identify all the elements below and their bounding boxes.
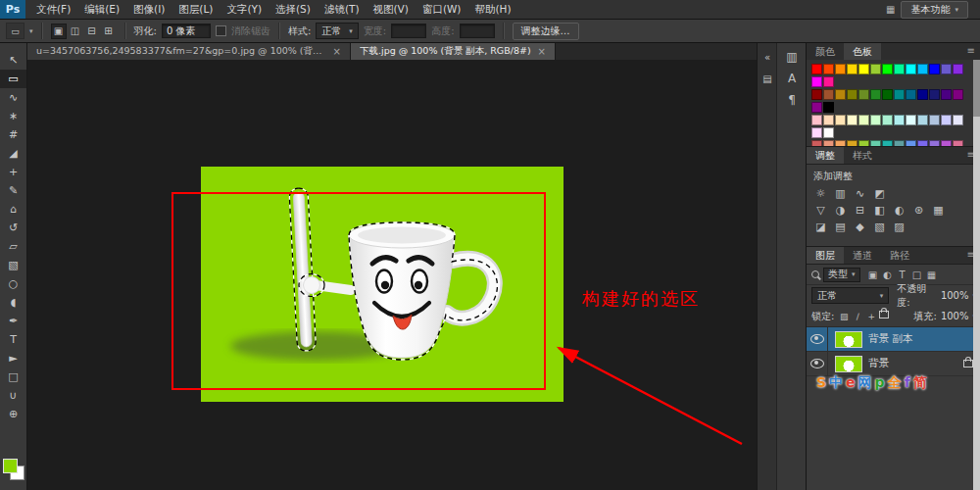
paragraph-panel-icon[interactable]: ¶: [783, 92, 801, 108]
color-swatch[interactable]: [882, 115, 893, 125]
panel-scrollbar-thumb[interactable]: [973, 60, 980, 117]
tool-preset-caret-icon[interactable]: ▾: [29, 27, 33, 35]
filter-shape-layers-icon[interactable]: □: [910, 269, 924, 281]
posterize-icon[interactable]: ▤: [832, 220, 849, 234]
quick-selection-tool[interactable]: ∗: [0, 107, 26, 125]
horizontal-type-tool[interactable]: T: [0, 330, 26, 349]
close-icon[interactable]: ×: [538, 46, 546, 57]
color-swatch[interactable]: [823, 127, 834, 138]
new-selection-icon[interactable]: ▣: [51, 24, 67, 39]
threshold-icon[interactable]: ◆: [852, 220, 868, 234]
close-icon[interactable]: ×: [333, 46, 341, 57]
gradient-tool[interactable]: ▧: [0, 256, 26, 274]
refine-edge-button[interactable]: 调整边缘…: [513, 23, 579, 40]
brightness-contrast-icon[interactable]: ☼: [812, 186, 829, 201]
color-swatch[interactable]: [953, 89, 963, 100]
add-to-selection-icon[interactable]: ◫: [68, 24, 83, 39]
color-swatch[interactable]: [870, 140, 881, 146]
menu-item-5[interactable]: 选择(S): [269, 0, 318, 19]
color-swatch[interactable]: [929, 89, 940, 100]
color-swatch[interactable]: [811, 64, 822, 74]
filter-type-layers-icon[interactable]: T: [896, 269, 909, 281]
color-swatch[interactable]: [823, 76, 834, 87]
vibrance-icon[interactable]: ▽: [812, 203, 829, 218]
color-swatch[interactable]: [835, 115, 846, 125]
color-swatch[interactable]: [847, 64, 858, 74]
collapse-panels-icon[interactable]: «: [759, 49, 776, 65]
collapsed-panel-icon[interactable]: ▥: [783, 49, 801, 65]
menu-item-0[interactable]: 文件(F): [29, 0, 77, 19]
color-swatch[interactable]: [858, 64, 869, 74]
color-swatch[interactable]: [823, 89, 834, 100]
exposure-icon[interactable]: ◩: [871, 186, 888, 201]
style-select[interactable]: 正常 ▾: [316, 23, 359, 39]
crop-tool[interactable]: #: [0, 125, 26, 144]
hue-saturation-icon[interactable]: ◑: [832, 203, 849, 218]
color-swatch[interactable]: [929, 64, 940, 74]
dodge-tool[interactable]: ◖: [0, 293, 26, 312]
pen-tool[interactable]: ✒: [0, 312, 26, 330]
document-tab-0[interactable]: u=3457063756,249583377&fm=27&gp=0.jpg @ …: [27, 43, 351, 60]
color-swatch[interactable]: [906, 115, 916, 125]
color-swatch[interactable]: [870, 115, 881, 125]
panel-menu-icon[interactable]: ≡: [961, 43, 980, 60]
path-selection-tool[interactable]: ►: [0, 349, 26, 368]
menu-item-3[interactable]: 图层(L): [172, 0, 220, 19]
lock-position-icon[interactable]: +: [865, 311, 877, 322]
rectangle-tool[interactable]: □: [0, 368, 26, 386]
menu-item-4[interactable]: 文字(Y): [220, 0, 269, 19]
color-swatch[interactable]: [941, 89, 952, 100]
blur-tool[interactable]: ○: [0, 274, 26, 293]
color-swatch[interactable]: [823, 140, 834, 146]
color-swatch[interactable]: [847, 140, 858, 146]
document-tab-1[interactable]: 下载.jpg @ 100% (背景 副本, RGB/8#)×: [351, 43, 556, 60]
color-swatch[interactable]: [823, 102, 834, 113]
visibility-toggle[interactable]: [807, 352, 828, 375]
curves-icon[interactable]: ∿: [852, 186, 868, 201]
width-input[interactable]: [391, 24, 426, 38]
color-swatch[interactable]: [870, 89, 881, 100]
lock-image-pixels-icon[interactable]: ∕: [852, 311, 863, 322]
color-swatch[interactable]: [835, 89, 846, 100]
color-swatch[interactable]: [917, 89, 928, 100]
zoom-tool[interactable]: ⊕: [0, 405, 26, 423]
color-swatch[interactable]: [858, 115, 869, 125]
invert-icon[interactable]: ◪: [812, 220, 829, 234]
brush-tool[interactable]: ✎: [0, 181, 26, 200]
move-tool[interactable]: ↖: [0, 51, 26, 70]
color-swatch[interactable]: [835, 140, 846, 146]
opacity-value[interactable]: 100%: [941, 290, 969, 301]
color-swatch[interactable]: [811, 140, 822, 146]
selective-color-icon[interactable]: ▨: [891, 220, 907, 234]
color-swatch[interactable]: [894, 140, 905, 146]
color-swatch[interactable]: [929, 115, 940, 125]
color-swatch[interactable]: [917, 140, 928, 146]
color-swatch[interactable]: [811, 127, 822, 138]
color-swatch[interactable]: [811, 76, 822, 87]
color-swatch[interactable]: [917, 115, 928, 125]
color-swatch[interactable]: [906, 89, 916, 100]
workspace-switcher-button[interactable]: 基本功能 ▾: [901, 1, 968, 19]
panel-tab-0[interactable]: 图层: [807, 247, 844, 264]
subtract-from-selection-icon[interactable]: ⊟: [84, 24, 100, 39]
photo-filter-icon[interactable]: ◐: [891, 203, 907, 218]
menu-item-8[interactable]: 窗口(W): [416, 0, 468, 19]
antialias-checkbox[interactable]: [216, 25, 226, 36]
hand-tool[interactable]: ∪: [0, 386, 26, 405]
color-swatch[interactable]: [847, 89, 858, 100]
workspace-grid-icon[interactable]: ▦: [886, 4, 895, 15]
color-swatch[interactable]: [858, 140, 869, 146]
panel-tab-0[interactable]: 调整: [807, 147, 844, 164]
black-white-icon[interactable]: ◧: [871, 203, 888, 218]
menu-item-6[interactable]: 滤镜(T): [318, 0, 367, 19]
character-panel-icon[interactable]: A: [783, 71, 801, 86]
panel-tab-1[interactable]: 样式: [844, 147, 881, 164]
color-swatch[interactable]: [917, 64, 928, 74]
eraser-tool[interactable]: ▱: [0, 237, 26, 256]
panel-tab-0[interactable]: 颜色: [807, 43, 844, 60]
color-swatch[interactable]: [929, 140, 940, 146]
color-swatch[interactable]: [870, 64, 881, 74]
panel-tab-1[interactable]: 色板: [844, 43, 881, 60]
tool-preset-icon[interactable]: ▭: [6, 23, 24, 39]
foreground-color-swatch[interactable]: [3, 459, 18, 473]
